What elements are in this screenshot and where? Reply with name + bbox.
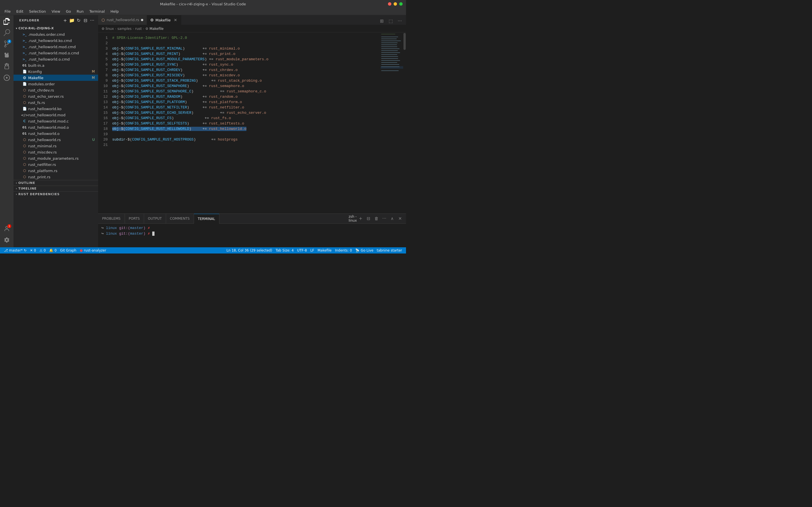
extensions-icon[interactable]: [2, 61, 12, 71]
file-rust-helloworld-rs[interactable]: ⬡ rust_helloworld.rs U: [13, 136, 98, 143]
search-icon[interactable]: [2, 27, 12, 38]
menu-view[interactable]: View: [49, 9, 63, 14]
editor-layout-button[interactable]: ⬚: [387, 17, 395, 25]
menu-run[interactable]: Run: [74, 9, 86, 14]
traffic-light-green[interactable]: [399, 2, 403, 6]
git-icon[interactable]: 4: [2, 39, 12, 49]
menu-terminal[interactable]: Terminal: [87, 9, 107, 14]
menu-help[interactable]: Help: [108, 9, 121, 14]
tab-size-status[interactable]: Tab Size: 4: [274, 247, 295, 253]
split-editor-button[interactable]: ⊞: [378, 17, 386, 25]
indents-status[interactable]: Indents: 0: [333, 247, 354, 253]
rust-analyzer-status[interactable]: ● rust-analyzer: [78, 247, 108, 253]
refresh-button[interactable]: ↻: [76, 18, 81, 23]
file-rust-helloworld-ko-cmd[interactable]: >_ .rust_helloworld.ko.cmd: [13, 38, 98, 44]
tab-makefile-close-button[interactable]: ✕: [173, 17, 178, 22]
close-panel-button[interactable]: ✕: [396, 215, 404, 222]
tab-rust-helloworld[interactable]: ⬡ rust_helloworld.rs: [98, 15, 147, 25]
file-makefile[interactable]: ⚙ Makefile M: [13, 75, 98, 81]
warnings-status[interactable]: ⚠ 0: [38, 247, 47, 253]
outline-header[interactable]: › OUTLINE: [13, 180, 98, 186]
file-rust-echo-server[interactable]: ⬡ rust_echo_server.rs: [13, 93, 98, 100]
svg-rect-7: [381, 43, 398, 43]
file-rust-fs[interactable]: ⬡ rust_fs.rs: [13, 100, 98, 106]
new-file-button[interactable]: +: [63, 18, 68, 23]
kill-terminal-button[interactable]: 🗑: [373, 215, 380, 222]
collapse-button[interactable]: ⊟: [83, 18, 88, 23]
sidebar-more-button[interactable]: ···: [90, 18, 95, 23]
remote-icon[interactable]: [2, 73, 12, 83]
tab-makefile[interactable]: ⚙ Makefile ✕: [147, 15, 182, 25]
file-rust-helloworld-ko[interactable]: 📄 rust_helloworld.ko: [13, 106, 98, 112]
menu-edit[interactable]: Edit: [14, 9, 26, 14]
code-editor[interactable]: 12345 678910 1112131415 1617181920 21 # …: [98, 33, 406, 214]
breadcrumb: ⚙ linux › samples › rust › ⚙ Makefile: [98, 25, 406, 33]
file-rust-helloworld-mod-o[interactable]: 01 rust_helloworld.mod.o: [13, 124, 98, 130]
cursor-position-status[interactable]: Ln 18, Col 36 (29 selected): [225, 247, 274, 253]
rust-icon: ⬡: [22, 94, 27, 99]
file-kconfig[interactable]: 📄 Kconfig M: [13, 68, 98, 75]
split-terminal-button[interactable]: ⊟: [365, 215, 372, 222]
new-terminal-button[interactable]: +: [357, 215, 364, 222]
file-rust-print[interactable]: ⬡ rust_print.rs: [13, 174, 98, 180]
file-rust-platform[interactable]: ⬡ rust_platform.rs: [13, 168, 98, 174]
file-modules-order-cmd[interactable]: >_ .modules.order.cmd: [13, 31, 98, 38]
mod-icon: </>: [22, 112, 27, 117]
notifications-status[interactable]: 🔔 0: [47, 247, 58, 253]
breadcrumb-rust[interactable]: rust: [135, 27, 142, 31]
file-rust-helloworld-o-cmd[interactable]: >_ .rust_helloworld.o.cmd: [13, 56, 98, 62]
file-rust-module-params[interactable]: ⬡ rust_module_parameters.rs: [13, 155, 98, 161]
language-status[interactable]: Makefile: [316, 247, 333, 253]
eol-status[interactable]: LF: [309, 247, 316, 253]
explorer-icon[interactable]: [2, 16, 12, 26]
tab-problems[interactable]: PROBLEMS: [98, 214, 125, 224]
editor-scrollbar[interactable]: [403, 33, 406, 214]
file-rust-chrdev[interactable]: ⬡ rust_chrdev.rs: [13, 87, 98, 93]
terminal-body[interactable]: ↪ linux git:(master) ✗ ↪ linux git:(mast…: [98, 224, 406, 247]
tree-root-cicv[interactable]: ▾ CICV-R4L-ZIQING-X: [13, 25, 98, 31]
menu-selection[interactable]: Selection: [27, 9, 48, 14]
errors-status[interactable]: ✕ 0: [28, 247, 38, 253]
tabnine-status[interactable]: tabnine starter: [375, 247, 404, 253]
maximize-panel-button[interactable]: ∧: [389, 215, 396, 222]
tab-ports[interactable]: PORTS: [125, 214, 144, 224]
tab-terminal[interactable]: TERMINAL: [194, 214, 219, 224]
tab-comments[interactable]: COMMENTS: [166, 214, 194, 224]
menubar: File Edit Selection View Go Run Terminal…: [0, 8, 406, 15]
more-actions-button[interactable]: ···: [396, 17, 404, 25]
settings-icon[interactable]: [2, 235, 12, 245]
timeline-header[interactable]: › TIMELINE: [13, 186, 98, 191]
git-branch-status[interactable]: ⎇ master* ↻: [2, 247, 28, 253]
file-rust-helloworld-o[interactable]: 01 rust_helloworld.o: [13, 130, 98, 136]
menu-go[interactable]: Go: [64, 9, 73, 14]
encoding-status[interactable]: UTF-8: [296, 247, 309, 253]
file-rust-helloworld-mod-cmd[interactable]: >_ .rust_helloworld.mod.cmd: [13, 44, 98, 50]
rust-deps-header[interactable]: › RUST DEPENDENCIES: [13, 191, 98, 197]
svg-rect-17: [381, 62, 397, 63]
scrollbar-thumb[interactable]: [403, 33, 406, 50]
traffic-light-red[interactable]: [388, 2, 391, 6]
file-rust-helloworld-mod-o-cmd[interactable]: >_ .rust_helloworld.mod.o.cmd: [13, 50, 98, 56]
file-rust-netfilter[interactable]: ⬡ rust_netfilter.rs: [13, 161, 98, 168]
file-rust-minimal[interactable]: ⬡ rust_minimal.rs: [13, 143, 98, 149]
tabnine-text: tabnine starter: [377, 248, 402, 252]
tab-output[interactable]: OUTPUT: [144, 214, 166, 224]
new-folder-button[interactable]: 📁: [69, 18, 74, 23]
file-rust-helloworld-mod-c[interactable]: C rust_helloworld.mod.c: [13, 118, 98, 124]
breadcrumb-makefile[interactable]: Makefile: [149, 27, 163, 31]
file-builtin-a[interactable]: 01 built-in.a: [13, 62, 98, 68]
breadcrumb-samples[interactable]: samples: [117, 27, 132, 31]
file-rust-miscdev[interactable]: ⬡ rust_miscdev.rs: [13, 149, 98, 155]
file-modules-order[interactable]: 📄 modules.order: [13, 81, 98, 87]
git-graph-status[interactable]: Git Graph: [58, 247, 78, 253]
menu-file[interactable]: File: [2, 9, 13, 14]
terminal-more-button[interactable]: ···: [380, 215, 388, 222]
traffic-light-yellow[interactable]: [394, 2, 397, 6]
debug-icon[interactable]: [2, 50, 12, 60]
code-content[interactable]: # SPDX-License-Identifier: GPL-2.0 obj-$…: [110, 33, 380, 214]
cmd-icon: >_: [22, 38, 27, 43]
go-live-status[interactable]: 📡 Go Live: [354, 247, 375, 253]
account-icon[interactable]: 1: [2, 224, 12, 234]
file-rust-helloworld-mod[interactable]: </> rust_helloworld.mod: [13, 112, 98, 118]
breadcrumb-linux[interactable]: linux: [106, 27, 114, 31]
